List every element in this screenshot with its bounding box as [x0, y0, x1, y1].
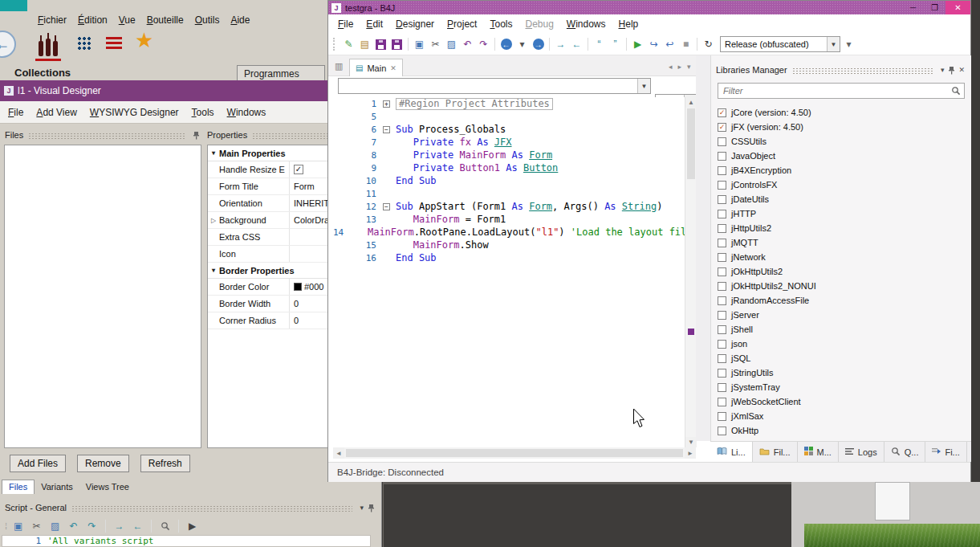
paste-icon[interactable]: ▨	[47, 519, 63, 534]
library-checkbox[interactable]	[718, 354, 726, 363]
tab-list-icon[interactable]: ▥	[335, 61, 343, 71]
editor-vertical-scrollbar[interactable]: ▲ ▼	[685, 97, 696, 447]
wine-menu-vue[interactable]: Vue	[113, 13, 141, 27]
library-checkbox[interactable]	[718, 296, 726, 305]
library-item-json[interactable]: json	[718, 337, 966, 351]
library-checkbox[interactable]	[718, 181, 726, 190]
tab-menu-icon[interactable]: ▾	[687, 63, 691, 71]
library-checkbox[interactable]	[718, 210, 726, 218]
library-item-jmqtt[interactable]: jMQTT	[718, 235, 966, 250]
redo-icon[interactable]: ↷	[84, 519, 100, 534]
collections-heading[interactable]: Collections	[14, 67, 71, 79]
library-item-jdateutils[interactable]: jDateUtils	[718, 192, 966, 206]
b4j-menu-edit[interactable]: Edit	[360, 16, 389, 32]
wine-menu-bouteille[interactable]: Bouteille	[141, 13, 189, 27]
scroll-down-icon[interactable]: ▼	[685, 437, 697, 447]
chevron-down-icon[interactable]: ▼	[827, 37, 840, 51]
step-over-icon[interactable]: ↩	[662, 37, 677, 52]
library-item-jokhttputils2[interactable]: jOkHttpUtils2	[718, 264, 966, 279]
chevron-down-icon[interactable]: ▾	[360, 504, 364, 512]
scrollbar-thumb[interactable]	[687, 108, 695, 179]
redo-icon[interactable]: ↷	[476, 37, 491, 52]
pin-icon[interactable]	[191, 130, 201, 140]
save-all-icon[interactable]	[389, 37, 405, 52]
member-select[interactable]: ▼	[338, 78, 651, 94]
open-project-icon[interactable]: ▤	[357, 37, 372, 52]
code-line-8[interactable]: 8 Private MainForm As Form	[333, 149, 696, 161]
library-checkbox[interactable]	[718, 267, 726, 276]
code-line-16[interactable]: 16End Sub	[333, 251, 696, 264]
indent-icon[interactable]: →	[553, 37, 568, 52]
find-icon[interactable]	[157, 519, 173, 534]
wine-menu-fichier[interactable]: Fichier	[32, 13, 72, 27]
library-item-jxmlsax[interactable]: jXmlSax	[718, 409, 966, 423]
expand-icon[interactable]: ▷	[208, 212, 219, 228]
b4j-menu-file[interactable]: File	[331, 16, 360, 32]
designer-menu-windows[interactable]: Windows	[221, 104, 273, 120]
library-checkbox[interactable]	[718, 383, 726, 392]
designer-menu-file[interactable]: File	[2, 104, 30, 120]
back-icon[interactable]: ←	[0, 31, 16, 58]
library-checkbox[interactable]	[718, 123, 726, 132]
scroll-right-icon[interactable]: ►	[685, 447, 696, 459]
close-tab-icon[interactable]: ✕	[390, 64, 396, 72]
bottles-icon[interactable]	[35, 31, 61, 58]
close-panel-icon[interactable]: ✕	[958, 66, 965, 74]
collapsed-region[interactable]: #Region Project Attributes	[396, 98, 553, 110]
paste-icon[interactable]: ▨	[444, 37, 459, 52]
comment-icon[interactable]: “	[592, 37, 607, 52]
cut-icon[interactable]: ✂	[29, 519, 44, 534]
library-checkbox[interactable]	[718, 239, 726, 247]
library-checkbox[interactable]	[718, 282, 726, 291]
b4j-menu-project[interactable]: Project	[441, 16, 483, 32]
scroll-tabs-right-icon[interactable]: ▸	[678, 63, 682, 71]
library-item-cssutils[interactable]: CSSUtils	[718, 134, 966, 149]
list-menu-icon[interactable]	[106, 37, 122, 49]
designer-menu-wysiwyg-designer[interactable]: WYSIWYG Designer	[83, 104, 185, 120]
background-photo-window[interactable]	[791, 482, 980, 547]
tab-variants[interactable]: Variants	[35, 480, 79, 494]
library-checkbox[interactable]	[718, 152, 726, 161]
grid-view-icon[interactable]	[77, 36, 91, 50]
collapse-region-icon[interactable]: −	[383, 203, 390, 210]
library-item-jsystemtray[interactable]: jSystemTray	[718, 380, 966, 394]
code-line-6[interactable]: 6−Sub Process_Globals	[333, 123, 696, 136]
star-icon[interactable]: ★	[135, 28, 153, 53]
outdent-icon[interactable]: ←	[130, 519, 145, 534]
library-checkbox[interactable]	[718, 412, 726, 421]
panel-splitter[interactable]	[696, 55, 710, 441]
b4j-menu-designer[interactable]: Designer	[389, 16, 441, 32]
library-item-javaobject[interactable]: JavaObject	[718, 149, 966, 163]
background-window[interactable]	[383, 482, 791, 547]
library-item-okhttp[interactable]: OkHttp	[718, 423, 966, 438]
step-into-icon[interactable]: ↪	[646, 37, 661, 52]
save-icon[interactable]	[373, 37, 388, 52]
library-item-jwebsocketclient[interactable]: jWebSocketClient	[718, 394, 966, 409]
tab-programmes[interactable]: Programmes	[237, 65, 325, 82]
wine-menu-outils[interactable]: Outils	[189, 13, 226, 27]
library-checkbox[interactable]	[718, 195, 726, 204]
rebuild-icon[interactable]: ↻	[701, 37, 716, 52]
script-editor[interactable]: 1 'All variants script	[2, 535, 371, 547]
wine-menu-aide[interactable]: Aide	[225, 13, 255, 27]
library-item-jokhttputils2-nonui[interactable]: jOkHttpUtils2_NONUI	[718, 279, 966, 293]
library-item-jserver[interactable]: jServer	[718, 308, 966, 322]
code-line-10[interactable]: 10End Sub	[333, 174, 696, 187]
library-item-jsql[interactable]: jSQL	[718, 351, 966, 365]
copy-icon[interactable]: ▣	[412, 37, 427, 52]
b4j-menu-windows[interactable]: Windows	[560, 16, 612, 32]
library-checkbox[interactable]	[718, 369, 726, 378]
minimize-icon[interactable]: ─	[902, 1, 924, 14]
library-checkbox[interactable]	[718, 427, 726, 435]
library-item-jfx-version-4-50[interactable]: jFX (version: 4.50)	[718, 120, 966, 134]
tab-files[interactable]: Files	[2, 480, 35, 494]
panel-tab-m[interactable]: M...	[798, 442, 839, 462]
uncomment-icon[interactable]: ”	[608, 37, 623, 52]
editor-horizontal-scrollbar[interactable]: ◄ ►	[333, 447, 696, 459]
remove-button[interactable]: Remove	[77, 455, 129, 472]
library-item-jshell[interactable]: jShell	[718, 322, 966, 337]
library-checkbox[interactable]	[718, 108, 726, 117]
library-checkbox[interactable]	[718, 398, 726, 406]
indent-icon[interactable]: →	[112, 519, 127, 534]
panel-tab-li[interactable]: Li...	[710, 442, 753, 462]
